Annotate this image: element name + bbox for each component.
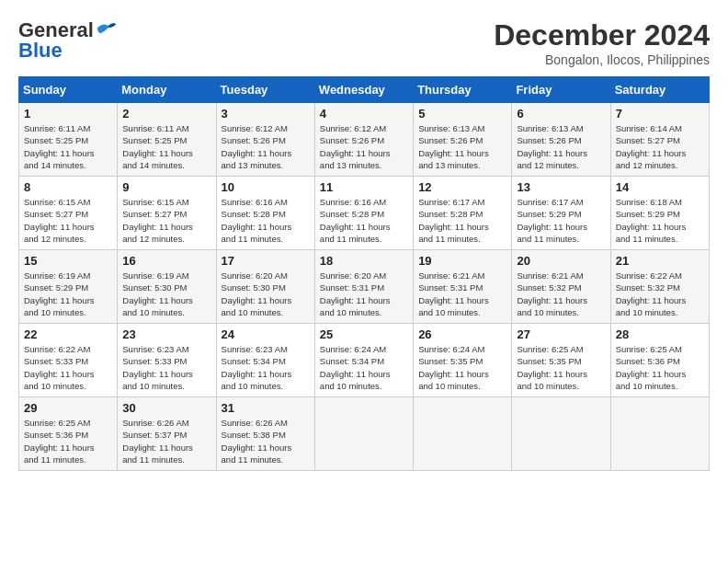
day-number: 27 [517, 327, 605, 341]
day-info: Sunrise: 6:26 AMSunset: 5:38 PMDaylight:… [222, 417, 310, 465]
day-number: 1 [24, 107, 112, 121]
day-info: Sunrise: 6:14 AMSunset: 5:27 PMDaylight:… [616, 122, 704, 171]
calendar-cell: 11 Sunrise: 6:16 AMSunset: 5:28 PMDaylig… [314, 177, 413, 250]
day-info: Sunrise: 6:26 AMSunset: 5:37 PMDaylight:… [122, 417, 210, 465]
calendar-cell: 24 Sunrise: 6:23 AMSunset: 5:34 PMDaylig… [216, 324, 314, 397]
weekday-header-saturday: Saturday [610, 77, 709, 103]
day-number: 8 [24, 180, 112, 194]
day-number: 23 [122, 327, 210, 341]
weekday-header-friday: Friday [512, 77, 610, 103]
day-info: Sunrise: 6:21 AMSunset: 5:32 PMDaylight:… [517, 270, 605, 318]
day-number: 4 [320, 107, 408, 121]
weekday-header-monday: Monday [118, 77, 216, 103]
logo-blue: Blue [18, 39, 63, 63]
day-number: 13 [517, 180, 605, 194]
day-info: Sunrise: 6:23 AMSunset: 5:34 PMDaylight:… [222, 343, 310, 392]
day-info: Sunrise: 6:25 AMSunset: 5:36 PMDaylight:… [24, 417, 112, 465]
calendar-cell: 13 Sunrise: 6:17 AMSunset: 5:29 PMDaylig… [512, 177, 610, 250]
day-number: 11 [320, 180, 408, 194]
day-number: 18 [320, 254, 408, 268]
calendar-cell: 3 Sunrise: 6:12 AMSunset: 5:26 PMDayligh… [216, 103, 314, 177]
day-info: Sunrise: 6:12 AMSunset: 5:26 PMDaylight:… [320, 122, 408, 171]
day-number: 10 [222, 180, 310, 194]
calendar-week-5: 29 Sunrise: 6:25 AMSunset: 5:36 PMDaylig… [19, 397, 710, 471]
day-info: Sunrise: 6:19 AMSunset: 5:29 PMDaylight:… [24, 270, 112, 318]
calendar-cell: 21 Sunrise: 6:22 AMSunset: 5:32 PMDaylig… [610, 250, 709, 324]
calendar-week-4: 22 Sunrise: 6:22 AMSunset: 5:33 PMDaylig… [19, 324, 710, 397]
calendar-cell: 15 Sunrise: 6:19 AMSunset: 5:29 PMDaylig… [19, 250, 118, 324]
calendar-cell: 6 Sunrise: 6:13 AMSunset: 5:26 PMDayligh… [512, 103, 610, 177]
day-number: 25 [320, 327, 408, 341]
day-info: Sunrise: 6:24 AMSunset: 5:35 PMDaylight:… [418, 343, 506, 392]
day-info: Sunrise: 6:15 AMSunset: 5:27 PMDaylight:… [122, 196, 210, 245]
day-info: Sunrise: 6:22 AMSunset: 5:33 PMDaylight:… [24, 343, 112, 392]
calendar-cell: 26 Sunrise: 6:24 AMSunset: 5:35 PMDaylig… [414, 324, 512, 397]
calendar-cell: 28 Sunrise: 6:25 AMSunset: 5:36 PMDaylig… [610, 324, 709, 397]
calendar-week-2: 8 Sunrise: 6:15 AMSunset: 5:27 PMDayligh… [19, 177, 710, 250]
day-info: Sunrise: 6:16 AMSunset: 5:28 PMDaylight:… [222, 196, 310, 245]
weekday-header-sunday: Sunday [19, 77, 118, 103]
calendar-header-row: SundayMondayTuesdayWednesdayThursdayFrid… [19, 77, 710, 103]
calendar-cell: 8 Sunrise: 6:15 AMSunset: 5:27 PMDayligh… [19, 177, 118, 250]
day-number: 5 [418, 107, 506, 121]
day-info: Sunrise: 6:23 AMSunset: 5:33 PMDaylight:… [122, 343, 210, 392]
calendar-cell: 20 Sunrise: 6:21 AMSunset: 5:32 PMDaylig… [512, 250, 610, 324]
day-info: Sunrise: 6:25 AMSunset: 5:35 PMDaylight:… [517, 343, 605, 392]
day-number: 14 [616, 180, 704, 194]
calendar-cell: 12 Sunrise: 6:17 AMSunset: 5:28 PMDaylig… [414, 177, 512, 250]
day-number: 31 [222, 401, 310, 415]
calendar-cell: 16 Sunrise: 6:19 AMSunset: 5:30 PMDaylig… [118, 250, 216, 324]
calendar-cell: 27 Sunrise: 6:25 AMSunset: 5:35 PMDaylig… [512, 324, 610, 397]
day-number: 16 [122, 254, 210, 268]
day-info: Sunrise: 6:17 AMSunset: 5:29 PMDaylight:… [517, 196, 605, 245]
calendar-cell: 14 Sunrise: 6:18 AMSunset: 5:29 PMDaylig… [610, 177, 709, 250]
calendar-cell: 17 Sunrise: 6:20 AMSunset: 5:30 PMDaylig… [216, 250, 314, 324]
day-info: Sunrise: 6:21 AMSunset: 5:31 PMDaylight:… [418, 270, 506, 318]
calendar-cell: 7 Sunrise: 6:14 AMSunset: 5:27 PMDayligh… [610, 103, 709, 177]
day-info: Sunrise: 6:16 AMSunset: 5:28 PMDaylight:… [320, 196, 408, 245]
calendar-cell [512, 397, 610, 471]
calendar-cell: 4 Sunrise: 6:12 AMSunset: 5:26 PMDayligh… [314, 103, 413, 177]
calendar-cell: 1 Sunrise: 6:11 AMSunset: 5:25 PMDayligh… [19, 103, 118, 177]
day-info: Sunrise: 6:25 AMSunset: 5:36 PMDaylight:… [616, 343, 704, 392]
calendar-week-1: 1 Sunrise: 6:11 AMSunset: 5:25 PMDayligh… [19, 103, 710, 177]
calendar-cell: 29 Sunrise: 6:25 AMSunset: 5:36 PMDaylig… [19, 397, 118, 471]
day-number: 17 [222, 254, 310, 268]
day-number: 15 [24, 254, 112, 268]
calendar-cell: 10 Sunrise: 6:16 AMSunset: 5:28 PMDaylig… [216, 177, 314, 250]
day-info: Sunrise: 6:20 AMSunset: 5:31 PMDaylight:… [320, 270, 408, 318]
day-info: Sunrise: 6:12 AMSunset: 5:26 PMDaylight:… [222, 122, 310, 171]
day-number: 3 [222, 107, 310, 121]
day-info: Sunrise: 6:13 AMSunset: 5:26 PMDaylight:… [517, 122, 605, 171]
day-info: Sunrise: 6:19 AMSunset: 5:30 PMDaylight:… [122, 270, 210, 318]
calendar-cell [610, 397, 709, 471]
day-number: 26 [418, 327, 506, 341]
day-number: 7 [616, 107, 704, 121]
calendar-cell: 31 Sunrise: 6:26 AMSunset: 5:38 PMDaylig… [216, 397, 314, 471]
logo-bird-icon [96, 20, 116, 37]
logo: General Blue [18, 18, 116, 63]
day-number: 28 [616, 327, 704, 341]
month-title: December 2024 [494, 18, 710, 52]
day-number: 24 [222, 327, 310, 341]
day-info: Sunrise: 6:18 AMSunset: 5:29 PMDaylight:… [616, 196, 704, 245]
calendar-table: SundayMondayTuesdayWednesdayThursdayFrid… [18, 76, 710, 471]
page-header: General Blue December 2024 Bongalon, Ilo… [18, 18, 710, 67]
calendar-cell [414, 397, 512, 471]
location: Bongalon, Ilocos, Philippines [494, 52, 710, 67]
day-number: 19 [418, 254, 506, 268]
calendar-cell: 19 Sunrise: 6:21 AMSunset: 5:31 PMDaylig… [414, 250, 512, 324]
day-number: 12 [418, 180, 506, 194]
calendar-cell: 5 Sunrise: 6:13 AMSunset: 5:26 PMDayligh… [414, 103, 512, 177]
day-number: 30 [122, 401, 210, 415]
day-number: 22 [24, 327, 112, 341]
calendar-cell: 23 Sunrise: 6:23 AMSunset: 5:33 PMDaylig… [118, 324, 216, 397]
day-number: 20 [517, 254, 605, 268]
weekday-header-wednesday: Wednesday [314, 77, 413, 103]
day-number: 6 [517, 107, 605, 121]
day-number: 9 [122, 180, 210, 194]
weekday-header-tuesday: Tuesday [216, 77, 314, 103]
day-info: Sunrise: 6:22 AMSunset: 5:32 PMDaylight:… [616, 270, 704, 318]
day-info: Sunrise: 6:17 AMSunset: 5:28 PMDaylight:… [418, 196, 506, 245]
day-number: 29 [24, 401, 112, 415]
